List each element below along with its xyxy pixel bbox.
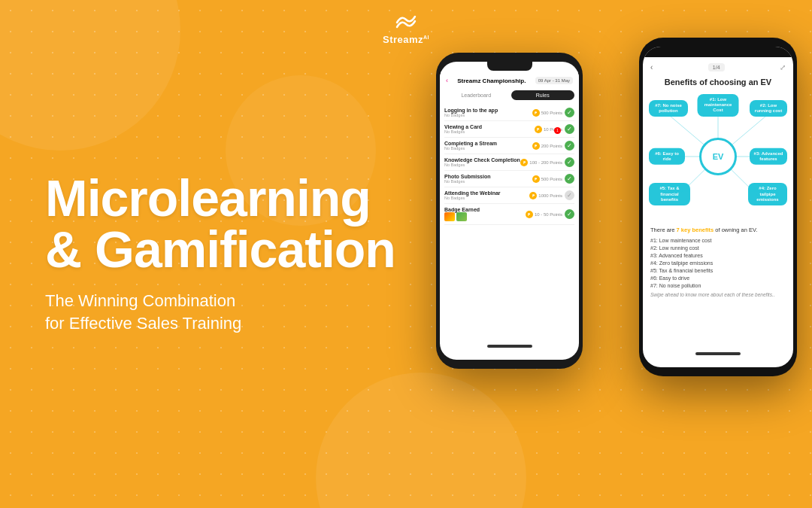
- phone1-date-badge: 09 Apr - 31 May: [535, 77, 573, 84]
- benefit-5: #5: Tax & financial benefits: [650, 266, 786, 274]
- check-icon-6: ✓: [565, 190, 574, 200]
- phone2-benefits-intro: There are 7 key benefits of owning an EV…: [650, 227, 786, 233]
- notification-badge: 1: [554, 127, 561, 134]
- ev-center-label: EV: [699, 138, 737, 175]
- rule-item-badge: Badge Earned ₱ 10 - 50 Points ✓: [444, 204, 574, 225]
- phone1-title: Streamz Championship.: [457, 78, 526, 84]
- deco-circle-topleft: [0, 0, 180, 151]
- check-icon-2: ✓: [565, 124, 574, 134]
- benefit-3: #3: Advanced features: [650, 251, 786, 259]
- phone-1-screen: ‹ Streamz Championship. 09 Apr - 31 May …: [440, 62, 579, 360]
- phone1-back-arrow[interactable]: ‹: [446, 77, 448, 84]
- tab-leaderboard[interactable]: Leaderboard: [444, 90, 508, 100]
- subtitle: The Winning Combination for Effective Sa…: [45, 290, 395, 336]
- phone1-header: ‹ Streamz Championship. 09 Apr - 31 May: [440, 71, 579, 87]
- benefit-1: #1: Low maintenance cost: [650, 236, 786, 244]
- benefit-6: #6: Easy to drive: [650, 274, 786, 281]
- phone2-home-bar: [695, 352, 741, 355]
- benefit-4: #4: Zero tailpipe emissions: [650, 259, 786, 266]
- ev-diagram: EV #1: LowmaintenanceCost #2: Lowrunning…: [649, 93, 787, 221]
- swipe-note: Swipe ahead to know more about each of t…: [650, 292, 786, 297]
- phone2-benefits-list: There are 7 key benefits of owning an EV…: [643, 224, 793, 300]
- rule-item-card: Viewing a Card No Badges ₱ 10 Points 1 ✓: [444, 121, 574, 138]
- phone1-home-bar: [487, 345, 532, 348]
- check-icon-7: ✓: [565, 209, 574, 219]
- check-icon-1: ✓: [565, 108, 574, 117]
- phone2-card-title: Benefits of choosing an EV: [643, 75, 793, 90]
- badge-icon-1: [444, 212, 455, 221]
- benefit-7: #7: No noise pollution: [650, 281, 786, 289]
- badge-icon-2: [456, 212, 467, 221]
- check-icon-4: ✓: [565, 157, 574, 167]
- phone-1: ‹ Streamz Championship. 09 Apr - 31 May …: [436, 53, 583, 369]
- rule-item-knowledge: Knowledge Check Completion No Badges ₱ 1…: [444, 154, 574, 171]
- phone1-rules-list: Logging in to the app No Badges ₱ 500 Po…: [440, 103, 579, 227]
- main-title: Microlearning & Gamification: [45, 172, 395, 275]
- rule-item-login: Logging in to the app No Badges ₱ 500 Po…: [444, 105, 574, 121]
- phones-area: ‹ Streamz Championship. 09 Apr - 31 May …: [391, 0, 812, 508]
- logo-area: StreamzAI: [383, 14, 429, 45]
- phone-1-notch: [487, 62, 532, 71]
- phone1-tabs: Leaderboard Rules: [444, 90, 574, 100]
- rule-item-stream: Completing a Stream No Badges ₱ 200 Poin…: [444, 138, 574, 154]
- streamz-logo-icon: [394, 14, 418, 32]
- rule-item-webinar: Attending the Webinar No Badges ₱ 1000 P…: [444, 187, 574, 204]
- rule-item-photo: Photo Submission No Badges ₱ 500 Points …: [444, 171, 574, 187]
- brand-name: StreamzAI: [383, 34, 429, 45]
- phone2-progress: 1/4: [708, 63, 725, 71]
- phone-2-screen: ‹ 1/4 ⤢ Benefits of choosing an EV EV #1…: [643, 47, 793, 367]
- phone2-header: ‹ 1/4 ⤢: [643, 57, 793, 75]
- hero-content: Microlearning & Gamification The Winning…: [45, 172, 395, 336]
- phone2-share-icon[interactable]: ⤢: [780, 63, 786, 71]
- phone2-back-arrow[interactable]: ‹: [650, 63, 653, 71]
- benefit-2: #2: Low running cost: [650, 244, 786, 251]
- check-icon-3: ✓: [565, 141, 574, 151]
- check-icon-5: ✓: [565, 174, 574, 184]
- phone-2: ‹ 1/4 ⤢ Benefits of choosing an EV EV #1…: [639, 38, 797, 376]
- tab-rules[interactable]: Rules: [511, 90, 575, 100]
